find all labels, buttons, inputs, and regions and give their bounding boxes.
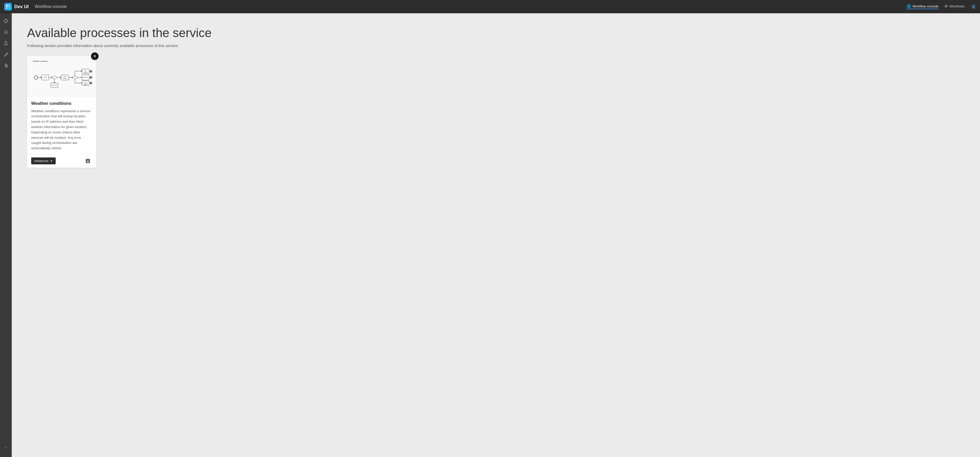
svg-text:fallback: fallback bbox=[84, 84, 88, 85]
brand-name: Dev UI bbox=[14, 4, 29, 10]
instances-button[interactable]: Instances ▼ bbox=[31, 158, 56, 164]
sidebar-item-lab[interactable] bbox=[1, 39, 11, 48]
nav-link-workflow-console-label: Workflow console bbox=[913, 4, 939, 8]
card-footer: Instances ▼ bbox=[27, 154, 96, 168]
svg-text:Error retry: Error retry bbox=[52, 84, 57, 86]
workflows-icon: ⚙ bbox=[945, 4, 948, 8]
card-body: Weather conditions Weather conditions re… bbox=[27, 97, 96, 154]
svg-text:weather: weather bbox=[63, 78, 67, 79]
svg-rect-20 bbox=[61, 75, 69, 80]
svg-rect-2 bbox=[6, 7, 8, 9]
nav-title: Workflow console bbox=[35, 4, 67, 9]
svg-marker-25 bbox=[72, 76, 77, 79]
svg-rect-1 bbox=[8, 5, 10, 6]
card-badge: 0 bbox=[91, 53, 99, 60]
svg-point-6 bbox=[34, 76, 38, 79]
page-subtitle: Following section provides information a… bbox=[27, 43, 965, 48]
svg-point-34 bbox=[90, 70, 92, 72]
dropdown-arrow-icon: ▼ bbox=[50, 159, 52, 162]
sidebar: › bbox=[0, 13, 12, 457]
svg-marker-13 bbox=[52, 76, 57, 79]
nav-links: 🌐 Workflow console ⚙ Workflows 🖥 bbox=[907, 4, 976, 10]
card-name: Weather conditions bbox=[31, 101, 92, 106]
page-title: Available processes in the service bbox=[27, 25, 965, 40]
brand: Dev UI bbox=[4, 3, 29, 11]
nav-link-workflow-console[interactable]: 🌐 Workflow console bbox=[907, 4, 939, 9]
card-description: Weather conditions represents a service … bbox=[31, 108, 92, 151]
monitor-icon: 🖥 bbox=[971, 4, 976, 10]
svg-marker-28 bbox=[81, 70, 82, 72]
card-diagram: Weather conditions Get IP bbox=[27, 56, 96, 97]
top-nav: Dev UI Workflow console 🌐 Workflow conso… bbox=[0, 0, 980, 13]
svg-text:Weather conditions: Weather conditions bbox=[33, 61, 48, 62]
download-button[interactable] bbox=[84, 157, 92, 165]
main-layout: › Available processes in the service Fol… bbox=[0, 13, 980, 457]
svg-text:location: location bbox=[84, 72, 88, 73]
svg-marker-8 bbox=[41, 77, 41, 78]
svg-text:Service: Service bbox=[84, 82, 88, 84]
svg-marker-19 bbox=[60, 77, 61, 78]
svg-rect-3 bbox=[8, 7, 10, 9]
sidebar-item-settings[interactable] bbox=[1, 28, 11, 37]
svg-text:Fetch: Fetch bbox=[64, 76, 67, 77]
sidebar-expand-button[interactable]: › bbox=[1, 443, 11, 452]
svg-rect-0 bbox=[6, 5, 8, 6]
instances-label: Instances bbox=[34, 159, 49, 163]
nav-link-workflows[interactable]: ⚙ Workflows bbox=[945, 4, 965, 9]
nav-link-workflows-label: Workflows bbox=[949, 4, 965, 8]
sidebar-item-pin[interactable] bbox=[1, 61, 11, 70]
svg-point-41 bbox=[90, 77, 92, 78]
globe-icon: 🌐 bbox=[907, 4, 911, 8]
svg-marker-15 bbox=[54, 82, 55, 83]
content-area: Available processes in the service Follo… bbox=[12, 13, 980, 457]
svg-text:Get IP: Get IP bbox=[43, 76, 47, 78]
sidebar-item-extensions[interactable] bbox=[1, 16, 11, 25]
cards-grid: 0 Weather conditions bbox=[27, 56, 965, 168]
process-card-weather-conditions: 0 Weather conditions bbox=[27, 56, 96, 168]
brand-logo bbox=[4, 3, 12, 11]
svg-text:Service B: Service B bbox=[83, 77, 88, 78]
svg-point-50 bbox=[90, 82, 92, 84]
sidebar-item-tools[interactable] bbox=[1, 50, 11, 59]
svg-text:Get: Get bbox=[84, 70, 87, 72]
svg-point-4 bbox=[5, 32, 6, 33]
